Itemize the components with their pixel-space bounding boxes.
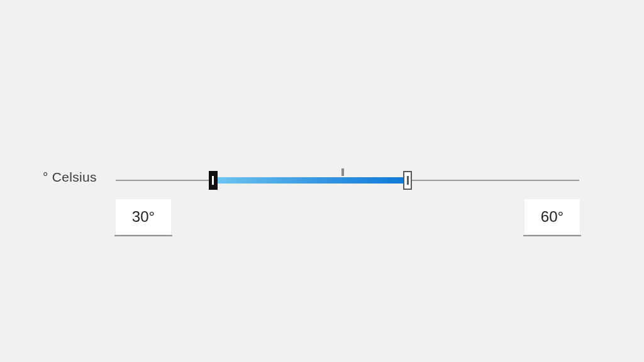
center-tick-icon: [341, 168, 344, 176]
high-value-display[interactable]: 60°: [525, 199, 580, 234]
temperature-range-fill: [213, 177, 408, 184]
handle-notch-icon: [407, 176, 409, 185]
unit-label: ° Celsius: [43, 170, 97, 185]
range-low-handle[interactable]: [209, 171, 218, 190]
temperature-range-slider-track[interactable]: [116, 180, 579, 181]
range-high-handle[interactable]: [403, 171, 412, 190]
low-value-display[interactable]: 30°: [116, 199, 171, 234]
handle-notch-icon: [212, 176, 214, 185]
temperature-slider-stage: ° Celsius 30° 60°: [0, 0, 644, 362]
